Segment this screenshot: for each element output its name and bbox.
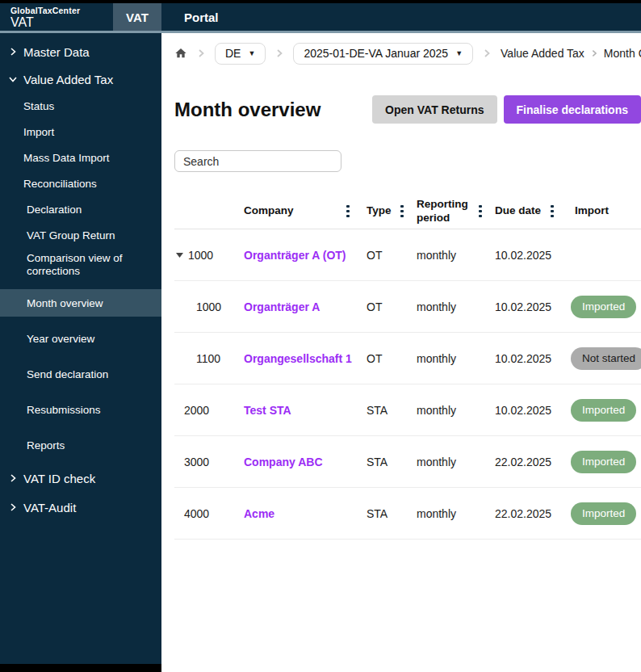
sidebar-footer-bar (0, 664, 161, 672)
app-header: GlobalTaxCenter VAT VAT Portal (0, 3, 641, 31)
tab-vat[interactable]: VAT (113, 3, 161, 31)
column-menu-icon[interactable] (398, 203, 406, 220)
column-menu-icon[interactable] (344, 203, 352, 220)
column-header-reporting-period[interactable]: Reporting period (410, 198, 472, 224)
tab-portal[interactable]: Portal (161, 3, 241, 31)
sidebar-item-import[interactable]: Import (0, 119, 161, 145)
due-date: 10.02.2025 (488, 404, 543, 417)
company-link[interactable]: Acme (244, 507, 274, 520)
sidebar-item-resubmissions[interactable]: Resubmissions (0, 392, 161, 427)
chevron-right-icon (8, 473, 18, 483)
company-type: OT (357, 249, 394, 262)
caret-down-icon: ▼ (248, 49, 255, 57)
sidebar-item-vat-id-check[interactable]: VAT ID check (0, 464, 161, 493)
logo-product-name: GlobalTaxCenter (10, 6, 80, 15)
reporting-period: monthly (410, 456, 472, 468)
company-type: OT (357, 300, 394, 313)
column-header-company[interactable]: Company (244, 204, 339, 217)
column-header-import[interactable]: Import (561, 204, 641, 217)
sidebar-item-label: Reports (27, 439, 65, 452)
row-collapse-icon[interactable] (176, 253, 183, 258)
sidebar-item-label: Master Data (23, 45, 90, 59)
month-overview-table: Company Type Reporting period Due date I… (174, 194, 641, 540)
status-badge: Imported (571, 451, 636, 473)
sidebar-item-label: VAT ID check (23, 472, 95, 485)
company-type: STA (357, 507, 394, 520)
table-row[interactable]: 2000 Test STA STA monthly 10.02.2025 Imp… (174, 384, 641, 436)
table-header-row: Company Type Reporting period Due date I… (174, 194, 641, 229)
sidebar-item-send-declaration[interactable]: Send declaration (0, 356, 161, 392)
column-menu-icon[interactable] (548, 203, 556, 220)
table-row[interactable]: 1000 Organträger A OT monthly 10.02.2025… (174, 281, 641, 333)
chevron-right-icon (8, 502, 18, 512)
sidebar-item-master-data[interactable]: Master Data (0, 38, 161, 65)
sidebar-item-declaration[interactable]: Declaration (0, 196, 161, 222)
title-buttons: Open VAT Returns Finalise declarations (372, 95, 641, 124)
company-id: 2000 (184, 404, 209, 417)
sidebar-item-label: VAT Group Return (27, 229, 115, 242)
country-dropdown-value: DE (225, 47, 241, 60)
sidebar-item-value-added-tax[interactable]: Value Added Tax (0, 65, 161, 93)
company-type: STA (357, 456, 394, 468)
sidebar-item-label: Reconciliations (23, 178, 97, 190)
breadcrumb-section[interactable]: Value Added Tax (501, 47, 584, 60)
open-vat-returns-button[interactable]: Open VAT Returns (372, 95, 496, 124)
sidebar-item-label: Value Added Tax (23, 73, 113, 86)
country-dropdown[interactable]: DE ▼ (215, 43, 266, 65)
sidebar-item-vat-audit[interactable]: VAT-Audit (0, 493, 161, 522)
home-icon[interactable] (174, 47, 187, 60)
sidebar-item-label: Send declaration (27, 368, 108, 380)
status-badge: Not started (571, 347, 641, 370)
company-link[interactable]: Organträger A (OT) (244, 249, 346, 262)
chevron-down-icon (8, 74, 18, 84)
sidebar-item-label: Month overview (27, 297, 103, 309)
sidebar: Master Data Value Added Tax Status Impor… (0, 33, 161, 672)
sidebar-item-vat-group-return[interactable]: VAT Group Return (0, 222, 161, 248)
column-header-due-date[interactable]: Due date (488, 204, 543, 217)
table-row[interactable]: 4000 Acme STA monthly 22.02.2025 Importe… (174, 488, 641, 540)
reporting-period: monthly (410, 352, 472, 365)
breadcrumb-separator-icon (590, 49, 598, 57)
sidebar-item-year-overview[interactable]: Year overview (0, 321, 161, 356)
app-logo: GlobalTaxCenter VAT (10, 6, 80, 30)
reporting-period: monthly (410, 507, 472, 520)
company-link[interactable]: Organgesellschaft 1 (244, 352, 352, 365)
logo-module-name: VAT (10, 15, 80, 30)
column-header-type[interactable]: Type (357, 204, 394, 217)
column-menu-icon[interactable] (476, 203, 484, 220)
status-badge: Imported (571, 399, 636, 422)
sidebar-item-month-overview[interactable]: Month overview (0, 289, 161, 317)
status-badge: Imported (571, 502, 636, 525)
company-link[interactable]: Test STA (244, 404, 291, 417)
breadcrumb: DE ▼ 2025-01-DE-VA Januar 2025 ▼ Value A… (174, 42, 641, 65)
sidebar-item-mass-data-import[interactable]: Mass Data Import (0, 145, 161, 170)
sidebar-item-label: Import (23, 126, 54, 138)
company-link[interactable]: Organträger A (244, 300, 320, 313)
sidebar-item-label: VAT-Audit (23, 501, 76, 514)
reporting-period: monthly (410, 249, 472, 262)
status-badge: Imported (571, 296, 636, 318)
due-date: 10.02.2025 (488, 249, 543, 262)
sidebar-item-label: Status (23, 100, 54, 112)
search-input[interactable] (174, 150, 341, 172)
company-link[interactable]: Company ABC (244, 456, 323, 468)
chevron-right-icon (8, 47, 18, 57)
main-content: DE ▼ 2025-01-DE-VA Januar 2025 ▼ Value A… (161, 33, 641, 672)
sidebar-item-label: Mass Data Import (23, 152, 110, 164)
sidebar-item-comparison-view[interactable]: Comparison view of corrections (0, 248, 161, 282)
sidebar-item-reports[interactable]: Reports (0, 427, 161, 463)
period-dropdown-value: 2025-01-DE-VA Januar 2025 (304, 47, 448, 60)
company-id: 1000 (188, 249, 213, 262)
table-row[interactable]: 1100 Organgesellschaft 1 OT monthly 10.0… (174, 333, 641, 384)
due-date: 22.02.2025 (488, 456, 543, 468)
sidebar-item-label: Declaration (27, 204, 82, 216)
period-dropdown[interactable]: 2025-01-DE-VA Januar 2025 ▼ (293, 43, 473, 65)
table-row[interactable]: 3000 Company ABC STA monthly 22.02.2025 … (174, 436, 641, 488)
table-row[interactable]: 1000 Organträger A (OT) OT monthly 10.02… (174, 229, 641, 281)
finalise-declarations-button[interactable]: Finalise declarations (504, 95, 641, 124)
sidebar-item-status[interactable]: Status (0, 93, 161, 119)
breadcrumb-separator-icon (196, 48, 206, 58)
sidebar-item-reconciliations[interactable]: Reconciliations (0, 170, 161, 196)
breadcrumb-current: Month Overview (604, 47, 641, 60)
reporting-period: monthly (410, 300, 472, 313)
